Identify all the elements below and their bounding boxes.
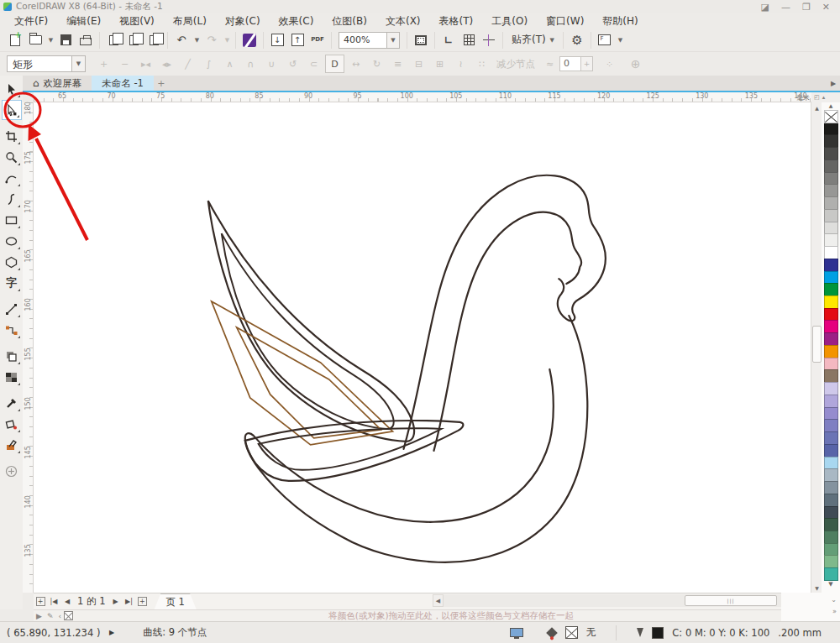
open-dropdown-icon[interactable]: ▼ — [45, 30, 55, 50]
polygon-tool[interactable] — [2, 252, 22, 272]
palette-swatch-28[interactable] — [824, 457, 838, 470]
palette-swatch-16[interactable] — [824, 308, 838, 322]
palette-swatch-22[interactable] — [824, 382, 838, 395]
strip-eyedropper-icon[interactable]: ✎ — [47, 612, 54, 620]
paste-icon[interactable] — [144, 30, 164, 50]
palette-swatch-6[interactable] — [824, 184, 838, 197]
save-icon[interactable] — [55, 30, 76, 50]
account-icon[interactable]: ◪ — [761, 2, 769, 13]
zoom-tool[interactable] — [2, 147, 22, 167]
scroll-left-icon[interactable]: ◀ — [433, 594, 444, 607]
corner-collapse-icon[interactable]: ⌄ — [831, 596, 837, 604]
undo-dropdown-icon[interactable]: ▼ — [192, 30, 202, 50]
strip-collapse-icon[interactable]: ‹ — [58, 612, 61, 620]
palette-swatch-37[interactable] — [824, 567, 838, 581]
ellipse-tool[interactable] — [2, 231, 22, 251]
smart-fill-tool[interactable] — [2, 435, 22, 455]
fill-color-icon[interactable] — [546, 627, 558, 639]
tab-scroll-right-icon[interactable]: ▶ — [827, 76, 840, 91]
fullscreen-preview-icon[interactable] — [411, 30, 431, 50]
cut-icon[interactable] — [103, 30, 123, 50]
last-page-icon[interactable]: ▶| — [122, 595, 135, 609]
curve-smoothness-value[interactable]: 0 — [559, 56, 581, 71]
transparency-tool[interactable] — [2, 367, 22, 387]
undo-icon[interactable]: ↶ — [171, 30, 192, 50]
menu-item-2[interactable]: 视图(V) — [110, 13, 164, 29]
import-icon[interactable]: ↓ — [267, 30, 287, 50]
select-all-nodes-icon[interactable]: ∷ — [472, 55, 491, 73]
redo-icon[interactable]: ↷ — [202, 30, 222, 50]
palette-swatch-19[interactable] — [824, 345, 838, 358]
artistic-media-tool[interactable] — [2, 189, 22, 209]
menu-item-11[interactable]: 帮助(H) — [593, 13, 647, 29]
palette-swatch-31[interactable] — [824, 494, 838, 507]
connector-tool[interactable] — [2, 320, 22, 340]
show-rulers-icon[interactable]: ∟ — [438, 30, 459, 50]
status-flyout-icon[interactable]: ▶ — [109, 629, 114, 636]
add-tools-icon[interactable]: ⊕ — [626, 55, 645, 73]
cusp-node-icon[interactable]: ∧ — [220, 55, 239, 73]
palette-swatch-36[interactable] — [824, 555, 838, 568]
swan-neck-outer[interactable] — [404, 175, 606, 449]
text-tool[interactable]: 字 — [2, 273, 22, 293]
app-launcher-dropdown-icon[interactable]: ▼ — [615, 30, 625, 50]
palette-swatch-12[interactable] — [824, 259, 838, 272]
snap-to-dropdown[interactable]: 贴齐(T) ▼ — [507, 33, 559, 47]
break-curve-icon[interactable]: ◂▸ — [157, 55, 176, 73]
swan-wing-outer[interactable] — [208, 201, 414, 442]
document-color-settings-icon[interactable] — [510, 628, 523, 637]
drawing-canvas[interactable] — [34, 102, 811, 593]
interactive-fill-tool[interactable] — [2, 414, 22, 434]
copy-icon[interactable] — [123, 30, 144, 50]
zoom-level-combobox[interactable]: 400% ▼ — [339, 32, 400, 49]
palette-swatch-26[interactable] — [824, 431, 838, 445]
curve-smoothness-spinner[interactable]: 0 + — [559, 56, 593, 71]
curve-smoothness-increment-icon[interactable]: + — [581, 56, 593, 71]
palette-swatch-10[interactable] — [824, 233, 838, 247]
node-grid-icon[interactable]: ⁘ — [600, 55, 619, 73]
smooth-node-icon[interactable]: ∩ — [241, 55, 260, 73]
restore-button[interactable]: ❐ — [802, 2, 811, 13]
palette-no-fill-swatch[interactable] — [824, 110, 838, 123]
palette-swatch-20[interactable] — [824, 358, 838, 371]
palette-swatch-5[interactable] — [824, 172, 838, 186]
menu-item-3[interactable]: 布局(L) — [164, 13, 216, 29]
zoom-level-value[interactable]: 400% — [339, 32, 387, 49]
palette-swatch-8[interactable] — [824, 209, 838, 222]
customize-tool[interactable] — [2, 461, 22, 481]
vertical-reflect-nodes-icon[interactable]: ⊞ — [430, 55, 449, 73]
outline-color-swatch[interactable] — [652, 627, 664, 639]
publish-pdf-icon[interactable]: PDF — [307, 30, 328, 50]
extract-subpath-icon[interactable]: ⊂ — [304, 55, 323, 73]
palette-swatch-18[interactable] — [824, 332, 838, 346]
palette-swatch-30[interactable] — [824, 481, 838, 494]
new-tab-icon[interactable]: + — [154, 76, 169, 91]
shape-preset-value[interactable]: 矩形 — [7, 55, 72, 72]
convert-to-curve-icon[interactable]: ∫ — [199, 55, 218, 73]
horizontal-reflect-nodes-icon[interactable]: ⊟ — [409, 55, 428, 73]
rectangle-tool[interactable] — [2, 210, 22, 230]
tab-welcome-screen[interactable]: ⌂ 欢迎屏幕 — [23, 76, 92, 91]
palette-swatch-1[interactable] — [824, 123, 838, 136]
palette-swatch-35[interactable] — [824, 543, 838, 557]
zoom-level-dropdown-icon[interactable]: ▼ — [387, 32, 400, 49]
delete-node-icon[interactable]: − — [115, 55, 134, 73]
palette-swatch-3[interactable] — [824, 147, 838, 160]
palette-swatch-25[interactable] — [824, 419, 838, 432]
show-guidelines-icon[interactable] — [479, 30, 499, 50]
menu-item-7[interactable]: 文本(X) — [376, 13, 430, 29]
vertical-scrollbar[interactable]: ▲ ▼ — [811, 102, 822, 593]
previous-page-icon[interactable]: ◀ — [60, 595, 74, 609]
palette-swatch-13[interactable] — [824, 271, 838, 285]
menu-item-5[interactable]: 效果(C) — [270, 13, 323, 29]
align-nodes-icon[interactable]: ≡ — [388, 55, 407, 73]
ruler-corner-buttons[interactable]: ◰▴ — [811, 92, 840, 102]
strip-flyout-icon[interactable]: ▶ — [36, 612, 42, 620]
pick-tool[interactable] — [2, 79, 22, 99]
close-button[interactable]: ✕ — [822, 2, 830, 13]
palette-swatch-29[interactable] — [824, 468, 838, 482]
export-icon[interactable]: ↑ — [287, 30, 307, 50]
search-content-icon[interactable] — [239, 30, 260, 50]
menu-item-4[interactable]: 对象(C) — [216, 13, 270, 29]
parallel-dimension-tool[interactable] — [2, 299, 22, 319]
